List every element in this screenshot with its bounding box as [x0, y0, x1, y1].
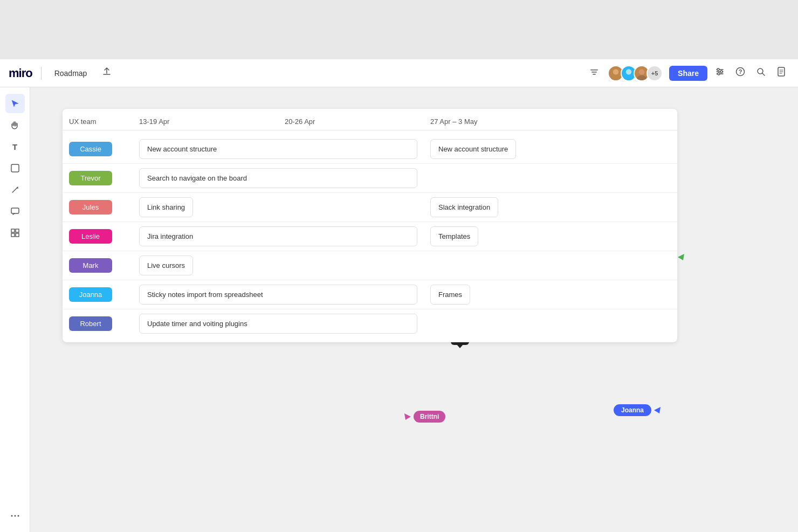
search-button[interactable]: [753, 65, 769, 81]
task-cell: Update timer and voiting plugins: [133, 309, 424, 338]
table-row: Mark Live cursors: [63, 251, 677, 280]
document-icon: [776, 67, 786, 77]
comment-icon: [11, 207, 19, 216]
svg-point-10: [717, 68, 719, 71]
hand-icon: [10, 120, 20, 130]
sliders-icon: [715, 67, 725, 77]
col-header-week4: [569, 118, 677, 126]
task-cell: Link sharing: [133, 193, 278, 222]
name-tag-leslie: Leslie: [69, 229, 112, 244]
settings-icon-button[interactable]: [712, 65, 728, 81]
help-icon: ?: [735, 67, 745, 77]
task-card[interactable]: New account structure: [139, 139, 417, 159]
comment-tool[interactable]: [5, 202, 25, 221]
upload-button[interactable]: [98, 65, 116, 81]
header: miro Roadmap: [0, 59, 798, 87]
table-row: Joanna Sticky notes import from spreadsh…: [63, 280, 677, 309]
svg-rect-28: [16, 229, 19, 232]
canvas-area[interactable]: Mark: [30, 87, 798, 532]
task-cell: Search to navigate on the board: [133, 164, 424, 192]
more-icon: [11, 515, 19, 517]
document-button[interactable]: [773, 65, 789, 81]
svg-point-14: [718, 73, 720, 75]
share-button[interactable]: Share: [669, 66, 707, 81]
table-row: Trevor Search to navigate on the board: [63, 164, 677, 193]
row-label-joanna: Joanna: [63, 283, 133, 306]
svg-marker-23: [12, 100, 18, 107]
header-right: +5 Share ?: [587, 65, 789, 81]
svg-rect-29: [11, 233, 15, 237]
brittni-arrow-icon: [404, 413, 411, 420]
app-window: miro Roadmap: [0, 59, 798, 532]
joanna-arrow-icon: [653, 406, 661, 414]
task-cell: Live cursors: [133, 251, 278, 280]
joanna-cursor-label: Joanna: [614, 404, 651, 416]
joanna-cursor: Joanna: [614, 404, 661, 416]
col-header-week3: 27 Apr – 3 May: [424, 118, 569, 126]
filter-icon: [589, 67, 599, 77]
header-left: miro Roadmap: [9, 65, 587, 81]
name-tag-cassie: Cassie: [69, 142, 112, 156]
col-header-team: UX team: [63, 118, 133, 126]
table-row: Jules Link sharing Slack integration: [63, 193, 677, 222]
svg-point-33: [17, 515, 19, 517]
text-tool[interactable]: T: [5, 137, 25, 156]
svg-line-18: [762, 73, 765, 75]
task-card-templates[interactable]: Templates: [430, 226, 478, 246]
col-header-week2: 20-26 Apr: [278, 118, 424, 126]
top-bar-area: [0, 0, 798, 59]
task-cell: Templates: [424, 222, 569, 251]
svg-rect-0: [590, 70, 598, 71]
miro-logo[interactable]: miro: [9, 66, 32, 80]
filter-button[interactable]: [587, 65, 601, 81]
roadmap-board: UX team 13-19 Apr 20-26 Apr 27 Apr – 3 M…: [63, 109, 677, 342]
task-card-link-sharing[interactable]: Link sharing: [139, 197, 193, 217]
upload-icon: [102, 67, 112, 77]
cursor-tool[interactable]: [5, 94, 25, 113]
svg-rect-27: [11, 229, 15, 232]
left-toolbar: T: [0, 87, 30, 532]
svg-point-5: [626, 69, 631, 74]
svg-point-12: [720, 71, 723, 73]
task-cell: New account structure: [133, 135, 424, 163]
column-headers: UX team 13-19 Apr 20-26 Apr 27 Apr – 3 M…: [63, 109, 677, 130]
task-card-sticky-notes[interactable]: Sticky notes import from spreadsheet: [139, 285, 417, 305]
row-label-mark: Mark: [63, 254, 133, 277]
task-card[interactable]: New account structure: [430, 139, 516, 159]
table-body: Cassie New account structure New account…: [63, 130, 677, 342]
name-tag-trevor: Trevor: [69, 171, 112, 185]
sticky-note-icon: [11, 164, 19, 172]
svg-point-8: [637, 75, 646, 81]
task-card-jira[interactable]: Jira integration: [139, 226, 417, 246]
table-row: Leslie Jira integration Templates: [63, 222, 677, 251]
allison-arrow-icon: [677, 253, 685, 261]
task-card-live-cursors[interactable]: Live cursors: [139, 255, 193, 275]
task-card-slack[interactable]: Slack integration: [430, 197, 498, 217]
task-card[interactable]: Search to navigate on the board: [139, 168, 417, 188]
table-row: Cassie New account structure New account…: [63, 135, 677, 164]
sticky-note-tool[interactable]: [5, 158, 25, 178]
avatar-count: +5: [646, 65, 663, 81]
svg-rect-24: [11, 164, 19, 172]
breadcrumb-separator: [41, 67, 42, 80]
name-tag-jules: Jules: [69, 200, 112, 215]
col-header-week1: 13-19 Apr: [133, 118, 278, 126]
avatar-group: +5: [608, 65, 663, 81]
svg-marker-46: [678, 254, 684, 260]
svg-rect-2: [593, 74, 596, 75]
task-cell: Slack integration: [424, 193, 569, 222]
help-button[interactable]: ?: [732, 65, 748, 81]
hand-tool[interactable]: [5, 115, 25, 135]
page-title-button[interactable]: Roadmap: [50, 67, 92, 80]
task-card-timer[interactable]: Update timer and voiting plugins: [139, 314, 417, 334]
task-cell: Sticky notes import from spreadsheet: [133, 280, 424, 309]
svg-rect-30: [16, 233, 19, 237]
pen-icon: [11, 185, 19, 194]
task-card-frames[interactable]: Frames: [430, 285, 470, 305]
frame-tool[interactable]: [5, 223, 25, 243]
more-tools[interactable]: [5, 506, 25, 526]
svg-rect-1: [591, 72, 597, 73]
svg-point-31: [11, 515, 12, 517]
name-tag-joanna: Joanna: [69, 287, 112, 302]
pen-tool[interactable]: [5, 180, 25, 199]
